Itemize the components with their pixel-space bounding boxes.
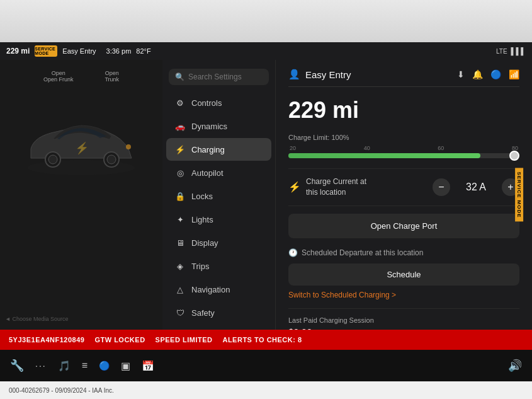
taskbar-bluetooth-icon[interactable]: 🔵 (99, 361, 110, 371)
lte-label: LTE (496, 48, 507, 55)
outer-frame: 229 mi SERVICE MODE Easy Entry 3:36 pm 8… (0, 0, 532, 399)
charge-current-line1: Charge Current at (306, 176, 433, 187)
top-time: 3:36 pm (106, 47, 132, 55)
controls-label: Controls (191, 98, 222, 108)
alerts-to-check: ALERTS TO CHECK: 8 (222, 336, 302, 344)
sidebar-item-locks[interactable]: 🔒 Locks (166, 185, 271, 207)
footer-text: 000-40262679 - 09/09/2024 - IAA Inc. (9, 387, 114, 394)
car-svg: ⚡ (18, 108, 144, 190)
charge-plug-icon: ⚡ (288, 181, 301, 193)
taskbar-wrench-icon[interactable]: 🔧 (10, 359, 24, 373)
sidebar-item-navigation[interactable]: △ Navigation (166, 278, 271, 301)
car-panel: Open Open Frunk Open Trunk (0, 60, 162, 330)
car-image: ⚡ (18, 108, 144, 190)
trips-icon: ◈ (175, 261, 185, 271)
charge-current-line2: this location (306, 187, 433, 198)
charging-icon: ⚡ (175, 144, 185, 154)
navigation-icon: △ (175, 284, 185, 294)
search-box[interactable]: 🔍 (169, 69, 269, 85)
sidebar-item-controls[interactable]: ⚙ Controls (166, 91, 271, 114)
last-paid-title: Last Paid Charging Session (288, 316, 519, 324)
charging-panel: SERVICE MODE 👤 Easy Entry ⬇ 🔔 🔵 📶 229 mi… (276, 60, 532, 330)
sidebar-item-trips[interactable]: ◈ Trips (166, 255, 271, 277)
taskbar-menu-icon[interactable]: ≡ (82, 360, 88, 371)
locks-label: Locks (191, 192, 213, 201)
sidebar-item-charging[interactable]: ⚡ Charging (166, 138, 271, 161)
sidebar-item-autopilot[interactable]: ◎ Autopilot (166, 161, 271, 184)
svg-text:⚡: ⚡ (75, 141, 89, 155)
taskbar-volume-icon[interactable]: 🔊 (508, 359, 522, 373)
trunk-label: Trunk (105, 76, 119, 83)
top-easy-entry: Easy Entry (62, 47, 96, 55)
top-bar: 229 mi SERVICE MODE Easy Entry 3:36 pm 8… (0, 0, 532, 60)
schedule-button[interactable]: Schedule (288, 263, 519, 286)
taskbar-grid-icon[interactable]: ▣ (121, 360, 130, 372)
lights-icon: ✦ (175, 214, 185, 224)
panel-header: 👤 Easy Entry ⬇ 🔔 🔵 📶 (288, 69, 519, 87)
vin-number: 5YJ3E1EA4NF120849 (9, 336, 84, 344)
controls-icon: ⚙ (175, 98, 185, 108)
trips-label: Trips (191, 262, 209, 271)
display-label: Display (191, 238, 218, 248)
charge-handle[interactable] (509, 151, 519, 161)
download-icon[interactable]: ⬇ (457, 69, 465, 79)
charge-current-row: ⚡ Charge Current at this location − 32 A… (288, 168, 519, 206)
scheduled-text: Scheduled Departure at this location (302, 248, 423, 257)
switch-charging-link[interactable]: Switch to Scheduled Charging > (288, 291, 519, 299)
svg-point-5 (126, 144, 131, 149)
speed-limited: SPEED LIMITED (156, 336, 213, 344)
dynamics-label: Dynamics (191, 122, 227, 131)
service-mode-side-label: SERVICE MODE (515, 168, 523, 221)
charge-bar-fill (288, 153, 480, 158)
signal-bars-icon: ▌▌▌ (511, 47, 526, 55)
bell-icon[interactable]: 🔔 (472, 69, 483, 79)
sidebar: 🔍 ⚙ Controls 🚗 Dynamics ⚡ Charging ◎ Aut… (162, 60, 276, 330)
top-mileage: 229 mi (6, 47, 30, 55)
taskbar: 🔧 ··· 🎵 ≡ 🔵 ▣ 📅 🔊 (0, 350, 532, 381)
taskbar-left-icons: 🔧 ··· 🎵 ≡ 🔵 ▣ 📅 (10, 359, 154, 373)
charge-current-label: Charge Current at this location (306, 176, 433, 198)
bluetooth-icon[interactable]: 🔵 (490, 69, 501, 79)
sidebar-item-service[interactable]: 🔧 Service (166, 325, 271, 330)
display-icon: 🖥 (175, 238, 185, 248)
sidebar-item-lights[interactable]: ✦ Lights (166, 208, 271, 231)
person-icon: 👤 (288, 69, 300, 80)
open-trunk-button[interactable]: Open Trunk (105, 70, 119, 83)
frunk-label: Open Frunk (43, 76, 74, 83)
charge-decrease-button[interactable]: − (433, 178, 450, 196)
tick-40: 40 (364, 145, 370, 151)
charging-label: Charging (191, 145, 225, 154)
sidebar-item-dynamics[interactable]: 🚗 Dynamics (166, 115, 271, 137)
header-icons: ⬇ 🔔 🔵 📶 (457, 69, 519, 79)
sidebar-item-display[interactable]: 🖥 Display (166, 231, 271, 254)
top-temp: 82°F (136, 47, 150, 55)
scheduled-section: 🕐 Scheduled Departure at this location S… (288, 248, 519, 299)
tick-20: 20 (290, 145, 296, 151)
locks-icon: 🔒 (175, 191, 185, 201)
gtw-locked: GTW LOCKED (94, 336, 145, 344)
taskbar-dots-icon[interactable]: ··· (35, 361, 47, 371)
sidebar-item-safety[interactable]: 🛡 Safety (166, 301, 271, 324)
charge-limit-ticks: 20 40 60 80 (288, 145, 519, 151)
taskbar-calendar-icon[interactable]: 📅 (142, 360, 154, 372)
search-input[interactable] (188, 72, 263, 81)
last-paid-amount: $0.00 (288, 327, 519, 330)
scheduled-departure-label: 🕐 Scheduled Departure at this location (288, 248, 519, 257)
service-mode-badge: SERVICE MODE (35, 47, 57, 55)
footer: 000-40262679 - 09/09/2024 - IAA Inc. (0, 381, 532, 399)
charge-current-controls: − 32 A + (433, 178, 519, 196)
tick-60: 60 (438, 145, 444, 151)
open-frunk-label: Open (43, 70, 74, 76)
signal-icon[interactable]: 📶 (509, 69, 519, 79)
safety-label: Safety (191, 308, 215, 318)
open-charge-port-button[interactable]: Open Charge Port (288, 214, 519, 238)
autopilot-icon: ◎ (175, 168, 185, 178)
taskbar-music-icon[interactable]: 🎵 (58, 360, 71, 372)
charge-value: 32 A (460, 182, 492, 193)
clock-icon: 🕐 (288, 248, 298, 257)
charge-limit-section: Charge Limit: 100% 20 40 60 80 (288, 134, 519, 158)
media-source[interactable]: ◄ Choose Media Source (5, 316, 68, 322)
open-frunk-button[interactable]: Open Open Frunk (43, 70, 74, 83)
search-icon: 🔍 (175, 72, 184, 81)
charge-bar[interactable] (288, 153, 519, 158)
